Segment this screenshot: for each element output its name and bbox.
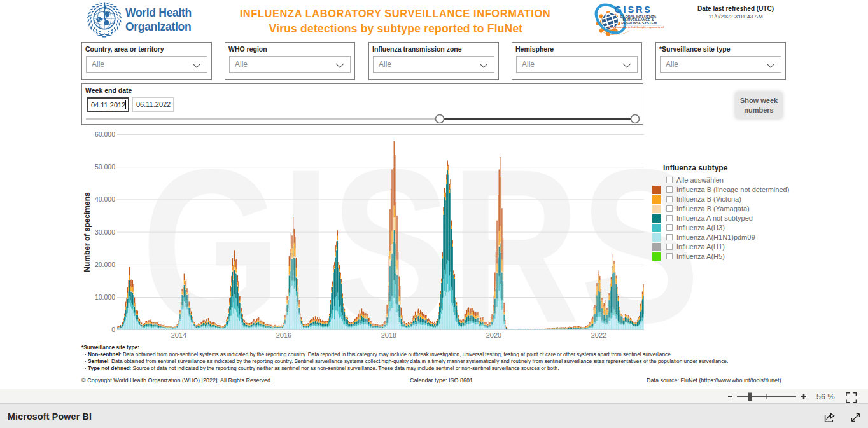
svg-text:2016: 2016 [276,331,291,339]
svg-text:2020: 2020 [486,331,501,339]
svg-text:2022: 2022 [591,331,606,339]
svg-text:20.000: 20.000 [95,261,115,268]
svg-text:10.000: 10.000 [95,293,115,301]
svg-text:30.000: 30.000 [95,228,115,236]
svg-text:2018: 2018 [381,331,396,339]
svg-text:2014: 2014 [171,331,186,339]
svg-text:0: 0 [111,326,115,333]
svg-text:56 %: 56 % [816,392,835,401]
svg-text:40.000: 40.000 [95,195,115,203]
svg-text:50.000: 50.000 [95,163,115,170]
svg-text:Number of specimens: Number of specimens [83,192,92,272]
svg-text:60.000: 60.000 [95,130,115,138]
